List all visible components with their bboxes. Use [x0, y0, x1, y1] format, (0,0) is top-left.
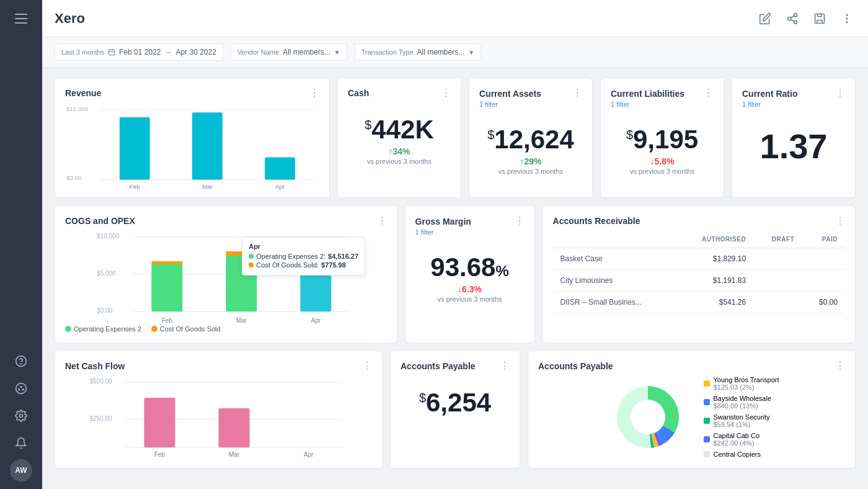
edit-icon[interactable]	[756, 10, 774, 27]
svg-point-10	[794, 13, 797, 16]
accounts-receivable-menu-icon[interactable]: ⋮	[835, 216, 845, 226]
col-draft-header: DRAFT	[753, 231, 802, 248]
sidebar-bottom: AW	[10, 350, 32, 482]
svg-rect-0	[15, 14, 27, 15]
svg-text:$500.00: $500.00	[90, 378, 113, 385]
cogs-opex-widget: COGS and OPEX ⋮ $10,000 $5,000 $0.00	[55, 205, 397, 343]
current-ratio-header: Current Ratio 1 filter ⋮	[742, 88, 845, 108]
svg-text:$10,000: $10,000	[97, 233, 120, 240]
col-paid-header: PAID	[802, 231, 845, 248]
current-ratio-menu-icon[interactable]: ⋮	[835, 88, 845, 98]
current-liabilities-menu-icon[interactable]: ⋮	[704, 88, 714, 98]
svg-rect-28	[120, 117, 150, 180]
row1-name: Basket Case	[553, 248, 678, 270]
accounts-receivable-thead: AUTHORISED DRAFT PAID	[553, 231, 845, 248]
date-from: Feb 01 2022	[119, 48, 161, 56]
transaction-chevron-icon: ▼	[468, 49, 474, 56]
date-filter[interactable]: Last 3 months Feb 01 2022 → Apr 30 2022	[55, 43, 223, 61]
current-liabilities-widget: Current Liabilities 1 filter ⋮ $9,195 ↓5…	[600, 78, 724, 198]
settings-icon[interactable]	[10, 405, 32, 427]
legend-cogs-label: Cost Of Goods Sold	[160, 325, 221, 333]
tooltip-opex-value: $4,516.27	[328, 253, 358, 260]
legend-capital-cab-amount: $242.00 (4%)	[714, 439, 755, 447]
net-cash-flow-title: Net Cash Flow	[65, 361, 125, 371]
legend-cogs: Cost Of Goods Sold	[151, 325, 221, 333]
palette-icon[interactable]	[10, 377, 32, 400]
revenue-menu-icon[interactable]: ⋮	[309, 88, 319, 98]
col-authorised-header: AUTHORISED	[677, 231, 753, 248]
vendor-chevron-icon: ▼	[334, 49, 340, 56]
transaction-filter[interactable]: Transaction Type All members... ▼	[355, 43, 481, 61]
gross-margin-menu-icon[interactable]: ⋮	[515, 216, 525, 226]
user-avatar[interactable]: AW	[10, 459, 32, 482]
row1-draft	[753, 248, 802, 270]
current-ratio-value: 1.37	[742, 125, 845, 167]
tooltip-cogs-dot	[249, 262, 254, 267]
svg-rect-2	[15, 22, 27, 24]
cogs-opex-title: COGS and OPEX	[65, 216, 135, 226]
current-liabilities-filter: 1 filter	[611, 101, 684, 108]
current-assets-menu-icon[interactable]: ⋮	[572, 88, 582, 98]
save-icon[interactable]	[811, 10, 828, 27]
col-name-header	[553, 231, 678, 248]
legend-cogs-dot	[151, 326, 157, 332]
svg-point-59	[631, 400, 665, 434]
transaction-value: All members...	[417, 48, 465, 56]
tooltip-cogs-row: Cost Of Goods Sold: $775.98	[249, 261, 358, 269]
help-icon[interactable]	[10, 350, 32, 372]
accounts-payable-small-menu-icon[interactable]: ⋮	[500, 361, 510, 371]
svg-point-6	[19, 389, 20, 390]
tooltip-cogs-value: $775.98	[321, 261, 346, 269]
current-liabilities-change: ↓5.8%	[611, 156, 714, 166]
dashboard: Revenue ⋮ $12,000 $0.00	[42, 68, 868, 489]
gross-margin-change: ↓6.3%	[415, 284, 525, 294]
vendor-filter-label: Vendor Name	[237, 48, 279, 56]
svg-point-11	[788, 17, 791, 20]
gross-margin-sub: vs previous 3 months	[415, 295, 525, 303]
accounts-receivable-header-row: AUTHORISED DRAFT PAID	[553, 231, 845, 248]
current-assets-header: Current Assets 1 filter ⋮	[479, 88, 582, 108]
share-icon[interactable]	[784, 10, 801, 27]
legend-capital-cab-label: Capital Cab Co$242.00 (4%)	[714, 432, 760, 447]
table-row: Basket Case $1,829.10	[553, 248, 845, 270]
accounts-payable-small-widget: Accounts Payable ⋮ $6,254	[390, 351, 520, 469]
net-cash-flow-menu-icon[interactable]: ⋮	[362, 361, 372, 371]
legend-swanston-amount: $59.54 (1%)	[714, 421, 751, 428]
net-cash-flow-header: Net Cash Flow ⋮	[65, 361, 372, 371]
widget-row-1: Revenue ⋮ $12,000 $0.00	[55, 78, 856, 198]
gross-margin-filter: 1 filter	[415, 228, 471, 236]
header: Xero	[42, 0, 868, 37]
vendor-filter[interactable]: Vendor Name All members... ▼	[231, 43, 347, 61]
ap-small-currency: $	[419, 391, 426, 405]
legend-central-copiers-label: Central Copiers	[714, 451, 761, 458]
current-ratio-widget: Current Ratio 1 filter ⋮ 1.37	[732, 78, 856, 198]
bell-icon[interactable]	[10, 432, 32, 454]
widget-row-3: Net Cash Flow ⋮ $500.00 $250.00	[55, 351, 856, 469]
accounts-receivable-tbody: Basket Case $1,829.10 City Limousines $1…	[553, 248, 845, 313]
sidebar-toggle-icon[interactable]	[10, 7, 32, 30]
accounts-payable-small-header: Accounts Payable ⋮	[401, 361, 510, 371]
svg-rect-15	[815, 14, 825, 23]
cash-sub: vs previous 3 months	[348, 158, 451, 165]
current-ratio-filter: 1 filter	[742, 101, 797, 108]
widget-row-2: COGS and OPEX ⋮ $10,000 $5,000 $0.00	[55, 205, 856, 343]
legend-item-capital-cab: Capital Cab Co$242.00 (4%)	[704, 432, 779, 447]
gross-margin-header: Gross Margin 1 filter ⋮	[415, 216, 525, 236]
cogs-opex-menu-icon[interactable]: ⋮	[377, 216, 387, 226]
svg-rect-55	[219, 408, 250, 447]
date-arrow-icon: →	[164, 48, 172, 56]
svg-text:Apr: Apr	[304, 451, 314, 458]
accounts-receivable-header: Accounts Receivable ⋮	[553, 216, 845, 226]
sidebar: AW	[0, 0, 42, 489]
donut-legend-items: Young Bros Transport$125.03 (2%) Bayside…	[704, 376, 779, 458]
more-icon[interactable]	[838, 10, 856, 27]
cash-menu-icon[interactable]: ⋮	[441, 88, 451, 98]
svg-point-12	[794, 20, 797, 24]
transaction-filter-label: Transaction Type	[361, 48, 414, 56]
legend-young-bros-dot	[704, 380, 710, 387]
row2-draft	[753, 270, 802, 292]
accounts-payable-small-kpi: $6,254	[401, 376, 510, 429]
accounts-payable-large-header: Accounts Payable ⋮	[538, 361, 845, 371]
current-liabilities-kpi: $9,195 ↓5.8% vs previous 3 months	[611, 113, 714, 187]
accounts-payable-large-menu-icon[interactable]: ⋮	[835, 361, 845, 371]
